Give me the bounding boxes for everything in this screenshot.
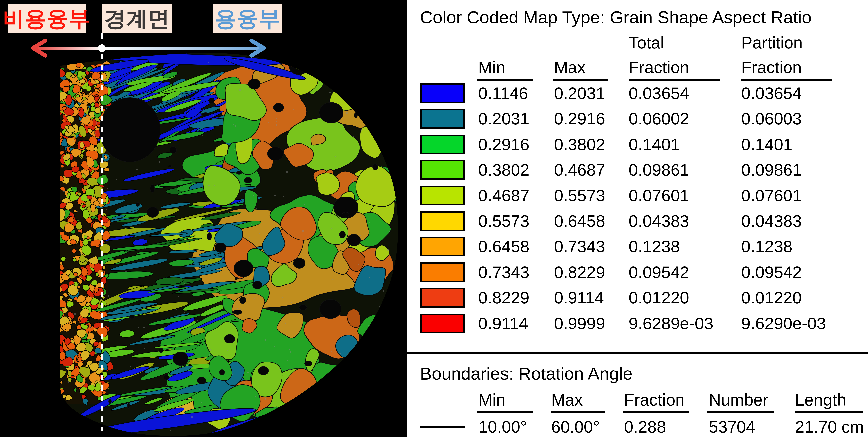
header-underline bbox=[553, 79, 608, 81]
interface-dashed-line bbox=[101, 33, 103, 431]
legend-total-fraction: 0.1238 bbox=[629, 237, 680, 257]
header-underline bbox=[477, 411, 533, 413]
legend-row: 0.64580.73430.12380.1238 bbox=[407, 237, 868, 257]
legend-row: 0.46870.55730.076010.07601 bbox=[407, 186, 868, 205]
legend-total-fraction: 9.6289e-03 bbox=[629, 313, 713, 333]
legend-partition-fraction: 0.09861 bbox=[741, 160, 802, 180]
legend-total-fraction: 0.1401 bbox=[629, 135, 680, 154]
column-header-max: Max bbox=[554, 58, 586, 77]
boundary-line-swatch bbox=[421, 426, 465, 428]
legend-min: 0.6458 bbox=[478, 237, 529, 257]
legend-total-fraction: 0.04383 bbox=[629, 211, 689, 231]
zone-label-melted: 용융부 bbox=[213, 4, 282, 33]
legend-color-swatch bbox=[421, 262, 465, 282]
legend-partition-fraction: 0.01220 bbox=[741, 288, 802, 308]
legend-row: 0.29160.38020.14010.1401 bbox=[407, 135, 868, 154]
legend-partition-fraction: 0.06003 bbox=[741, 109, 802, 129]
legend-row: 0.55730.64580.043830.04383 bbox=[407, 211, 868, 231]
arrow-shaft bbox=[34, 46, 264, 49]
legend-min: 0.5573 bbox=[478, 211, 529, 231]
boundaries-length-value: 21.70 cm bbox=[795, 417, 864, 436]
header-underline bbox=[622, 411, 689, 413]
header-underline bbox=[477, 79, 533, 81]
legend-row: 0.91140.99999.6289e-039.6290e-03 bbox=[407, 313, 868, 333]
interface-origin-dot bbox=[98, 44, 105, 52]
legend-total-fraction: 0.03654 bbox=[629, 83, 689, 103]
legend-panel: Color Coded Map Type: Grain Shape Aspect… bbox=[407, 0, 868, 437]
legend-color-swatch bbox=[421, 135, 465, 154]
legend-partition-fraction: 0.07601 bbox=[741, 186, 802, 205]
section-divider-line bbox=[407, 351, 868, 354]
legend-max: 0.3802 bbox=[554, 135, 605, 154]
legend-max: 0.9114 bbox=[554, 288, 604, 308]
zone-label-nonmelted: 비용융부 bbox=[7, 4, 86, 33]
boundaries-max-value: 60.00° bbox=[551, 417, 600, 436]
boundaries-number-value: 53704 bbox=[709, 417, 755, 436]
zone-label-interface: 경계면 bbox=[102, 4, 172, 33]
ebsd-grain-map bbox=[0, 0, 407, 437]
legend-min: 0.1146 bbox=[478, 83, 528, 103]
boundaries-header-min: Min bbox=[478, 390, 505, 409]
header-underline bbox=[795, 411, 863, 413]
boundaries-header-number: Number bbox=[709, 390, 768, 409]
boundaries-fraction-value: 0.288 bbox=[624, 417, 666, 436]
column-header-min: Min bbox=[478, 58, 505, 77]
ebsd-analysis-figure: { "annotations": { "zone_labels": [ { "t… bbox=[0, 0, 868, 437]
legend-max: 0.8229 bbox=[554, 262, 605, 282]
legend-max: 0.2916 bbox=[554, 109, 605, 129]
legend-row: 0.38020.46870.098610.09861 bbox=[407, 160, 868, 180]
legend-row: 0.82290.91140.012200.01220 bbox=[407, 288, 868, 308]
legend-title: Color Coded Map Type: Grain Shape Aspect… bbox=[420, 7, 812, 28]
legend-color-swatch bbox=[421, 109, 465, 129]
column-header-partition-fraction: Fraction bbox=[741, 58, 802, 77]
boundaries-min-value: 10.00° bbox=[478, 417, 527, 436]
legend-color-swatch bbox=[421, 160, 465, 180]
legend-total-fraction: 0.09861 bbox=[629, 160, 689, 180]
legend-total-fraction: 0.09542 bbox=[629, 262, 689, 282]
legend-total-fraction: 0.07601 bbox=[629, 186, 689, 205]
column-header-partition: Partition bbox=[741, 33, 803, 53]
boundaries-header-length: Length bbox=[795, 390, 846, 409]
legend-row: 0.73430.82290.095420.09542 bbox=[407, 262, 868, 282]
legend-max: 0.5573 bbox=[554, 186, 605, 205]
legend-total-fraction: 0.06002 bbox=[629, 109, 689, 129]
legend-partition-fraction: 9.6290e-03 bbox=[741, 313, 826, 333]
legend-max: 0.6458 bbox=[554, 211, 605, 231]
header-underline bbox=[707, 411, 774, 413]
column-header-total-fraction: Fraction bbox=[629, 58, 689, 77]
legend-max: 0.9999 bbox=[554, 313, 605, 333]
legend-row: 0.20310.29160.060020.06003 bbox=[407, 109, 868, 129]
legend-row: 0.11460.20310.036540.03654 bbox=[407, 83, 868, 103]
grain-map-area: 비용융부 경계면 용융부 bbox=[0, 0, 407, 437]
boundaries-header-fraction: Fraction bbox=[624, 390, 684, 409]
legend-min: 0.9114 bbox=[478, 313, 528, 333]
legend-color-swatch bbox=[421, 288, 465, 308]
legend-color-swatch bbox=[421, 237, 465, 257]
legend-color-swatch bbox=[421, 211, 465, 231]
column-header-total: Total bbox=[629, 33, 664, 53]
legend-partition-fraction: 0.1238 bbox=[741, 237, 793, 257]
legend-min: 0.4687 bbox=[478, 186, 529, 205]
legend-min: 0.2031 bbox=[478, 109, 529, 129]
header-underline bbox=[551, 411, 605, 413]
legend-min: 0.2916 bbox=[478, 135, 529, 154]
grain-map-clip-group bbox=[54, 42, 404, 437]
boundaries-header-max: Max bbox=[551, 390, 583, 409]
legend-max: 0.4687 bbox=[554, 160, 605, 180]
legend-max: 0.7343 bbox=[554, 237, 605, 257]
legend-color-swatch bbox=[421, 186, 465, 205]
legend-min: 0.7343 bbox=[478, 262, 529, 282]
legend-total-fraction: 0.01220 bbox=[629, 288, 689, 308]
legend-min: 0.3802 bbox=[478, 160, 529, 180]
legend-partition-fraction: 0.04383 bbox=[741, 211, 802, 231]
legend-color-swatch bbox=[421, 83, 465, 103]
header-underline bbox=[741, 79, 832, 81]
legend-partition-fraction: 0.09542 bbox=[741, 262, 802, 282]
header-underline bbox=[629, 79, 720, 81]
legend-min: 0.8229 bbox=[478, 288, 529, 308]
legend-partition-fraction: 0.03654 bbox=[741, 83, 802, 103]
zone-direction-arrow bbox=[30, 37, 279, 61]
legend-color-swatch bbox=[421, 313, 465, 333]
legend-max: 0.2031 bbox=[554, 83, 605, 103]
boundaries-title: Boundaries: Rotation Angle bbox=[420, 364, 633, 384]
